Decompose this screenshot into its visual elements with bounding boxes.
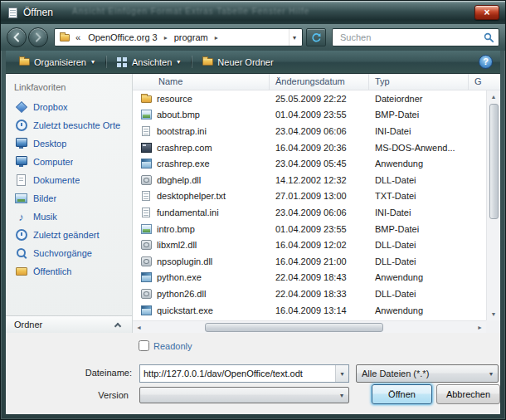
new-folder-label: Neuer Ordner — [217, 57, 273, 67]
sidebar-item-recently-changed[interactable]: Zuletzt geändert — [6, 226, 132, 244]
documents-icon — [15, 174, 27, 186]
folders-expander[interactable]: Ordner — [6, 315, 132, 333]
sidebar-item-desktop[interactable]: Desktop — [6, 134, 132, 153]
breadcrumb-separator-icon[interactable]: ▸ — [163, 34, 169, 42]
file-row[interactable]: libxml2.dll 16.04.2009 12:02 DLL-Datei — [133, 237, 486, 253]
horizontal-scrollbar[interactable]: ◄ ► — [133, 320, 486, 333]
file-type: DLL-Datei — [369, 289, 469, 299]
filename-dropdown-icon[interactable]: ▾ — [335, 365, 348, 382]
command-toolbar: Organisieren ▾ Ansichten ▾ Neuer Ordner … — [6, 51, 500, 74]
breadcrumb-overflow-button[interactable]: « — [73, 32, 83, 42]
scroll-left-icon[interactable]: ◄ — [133, 321, 145, 333]
sidebar-item-public[interactable]: Öffentlich — [6, 262, 132, 281]
file-row[interactable]: crashrep.exe 23.04.2009 05:45 Anwendung — [133, 155, 486, 172]
search-input[interactable] — [338, 32, 484, 43]
search-box — [332, 28, 499, 46]
file-row[interactable]: bootstrap.ini 23.04.2009 06:06 INI-Datei — [133, 123, 486, 139]
column-header-type[interactable]: Typ — [369, 74, 469, 90]
file-row[interactable]: fundamental.ini 23.04.2009 06:06 INI-Dat… — [133, 204, 486, 221]
breadcrumb-item[interactable]: OpenOffice.org 3 — [83, 32, 163, 43]
glass-reflection-text: Ansicht Einfügen Format Extras Tabelle F… — [72, 7, 472, 16]
file-icon — [141, 95, 152, 103]
address-history-dropdown[interactable]: ▾ — [289, 29, 299, 46]
searches-icon — [15, 247, 27, 259]
file-row[interactable]: npsoplugin.dll 16.04.2009 21:00 DLL-Date… — [133, 253, 486, 270]
column-header-date[interactable]: Änderungsdatum — [270, 74, 369, 90]
version-dropdown-icon[interactable]: ▾ — [335, 388, 348, 403]
refresh-button[interactable] — [306, 28, 326, 46]
dialog-content: Linkfavoriten Dropbox Zuletzt besuchte O… — [6, 74, 500, 333]
back-button[interactable] — [7, 27, 27, 47]
version-select[interactable]: ▾ — [139, 387, 349, 403]
scroll-right-icon[interactable]: ► — [474, 321, 486, 333]
file-name: about.bmp — [157, 110, 200, 120]
scroll-down-icon[interactable]: ▼ — [487, 308, 500, 320]
file-type: BMP-Datei — [369, 110, 469, 120]
views-button[interactable]: Ansichten ▾ — [111, 55, 186, 70]
sidebar-item-dropbox[interactable]: Dropbox — [6, 98, 132, 116]
breadcrumb: « OpenOffice.org 3 ▸ program ▸ ▾ — [54, 28, 303, 46]
horizontal-scroll-thumb[interactable] — [205, 323, 383, 332]
column-header-size[interactable]: G — [469, 74, 500, 90]
file-name: quickstart.exe — [157, 305, 213, 315]
new-folder-icon — [202, 58, 213, 66]
file-type: DLL-Datei — [369, 256, 469, 266]
scroll-up-icon[interactable]: ▲ — [487, 90, 500, 103]
organize-button[interactable]: Organisieren ▾ — [13, 55, 100, 70]
sidebar-item-music[interactable]: Musik — [6, 208, 132, 226]
file-row[interactable]: crashrep.com 16.04.2009 20:36 MS-DOS-Anw… — [133, 139, 486, 156]
new-folder-button[interactable]: Neuer Ordner — [197, 55, 279, 70]
filetype-select[interactable]: Alle Dateien (*.*) ▾ — [356, 364, 499, 383]
folder-icon — [60, 34, 70, 42]
sidebar-item-computer[interactable]: Computer — [6, 153, 132, 171]
open-button[interactable]: Öffnen — [372, 384, 432, 404]
file-row[interactable]: desktophelper.txt 27.01.2009 13:00 TXT-D… — [133, 188, 486, 205]
dropbox-icon — [15, 101, 27, 113]
filename-input[interactable] — [140, 369, 335, 378]
titlebar: Ansicht Einfügen Format Extras Tabelle F… — [1, 1, 505, 24]
file-row[interactable]: python.exe 22.04.2009 18:43 Anwendung — [133, 270, 486, 286]
file-type: Dateiordner — [369, 94, 469, 104]
file-row[interactable]: about.bmp 01.04.2009 23:55 BMP-Datei — [133, 107, 486, 124]
file-row[interactable]: python26.dll 22.04.2009 18:33 DLL-Datei — [133, 286, 486, 302]
file-icon — [141, 240, 152, 250]
file-date: 23.04.2009 06:06 — [270, 126, 369, 136]
file-type: TXT-Datei — [369, 191, 469, 201]
file-icon — [141, 272, 152, 282]
file-name: desktophelper.txt — [157, 191, 226, 201]
file-icon — [141, 305, 152, 315]
sidebar-item-documents[interactable]: Dokumente — [6, 171, 132, 189]
cancel-button[interactable]: Abbrechen — [436, 384, 500, 404]
forward-button[interactable] — [28, 27, 48, 47]
sidebar-item-recent-places[interactable]: Zuletzt besuchte Orte — [6, 116, 132, 134]
sidebar-item-label: Zuletzt besuchte Orte — [33, 120, 120, 130]
column-header-name[interactable]: Name — [133, 74, 270, 90]
sidebar-item-label: Dokumente — [33, 175, 80, 185]
file-row[interactable]: resource 25.05.2009 22:22 Dateiordner — [133, 90, 486, 107]
sidebar-item-label: Dropbox — [33, 102, 68, 112]
sidebar-item-label: Musik — [33, 212, 57, 222]
filetype-dropdown-icon[interactable]: ▾ — [484, 365, 498, 382]
file-row[interactable]: intro.bmp 01.04.2009 23:55 BMP-Datei — [133, 221, 486, 237]
vertical-scroll-thumb[interactable] — [489, 104, 499, 219]
organize-label: Organisieren — [34, 57, 86, 67]
file-type: INI-Datei — [369, 126, 469, 136]
help-button[interactable]: ? — [479, 55, 493, 69]
vertical-scrollbar[interactable]: ▲ ▼ — [486, 90, 500, 320]
search-icon[interactable] — [484, 32, 494, 43]
breadcrumb-separator-icon[interactable]: ▸ — [213, 34, 220, 42]
close-button[interactable]: × — [474, 5, 499, 20]
file-row[interactable]: dbghelp.dll 14.12.2002 12:32 DLL-Datei — [133, 172, 486, 188]
file-row[interactable]: quickstart.exe 16.04.2009 13:14 Anwendun… — [133, 302, 486, 319]
sidebar-item-searches[interactable]: Suchvorgänge — [6, 244, 132, 262]
scrollbar-corner — [486, 320, 500, 333]
recently-changed-icon — [15, 229, 27, 241]
list-header: Name Änderungsdatum Typ G — [133, 74, 500, 90]
breadcrumb-item[interactable]: program — [169, 32, 213, 43]
sidebar-item-pictures[interactable]: Bilder — [6, 189, 132, 208]
file-date: 14.12.2002 12:32 — [270, 175, 369, 185]
public-icon — [15, 266, 27, 277]
file-icon — [142, 126, 150, 136]
readonly-checkbox[interactable] — [139, 340, 149, 351]
pictures-icon — [15, 193, 27, 204]
